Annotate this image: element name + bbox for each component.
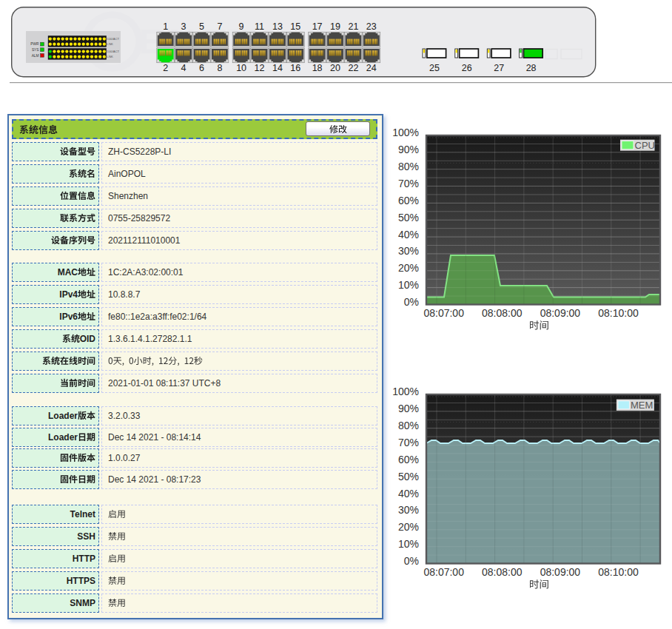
svg-text:08:10:00: 08:10:00: [598, 566, 639, 578]
svg-text:MEM: MEM: [631, 400, 653, 411]
svg-text:08:09:00: 08:09:00: [540, 307, 581, 319]
svg-text:10: 10: [236, 63, 246, 73]
svg-text:30%: 30%: [398, 504, 419, 516]
svg-text:90%: 90%: [398, 403, 419, 414]
svg-text:5: 5: [199, 21, 204, 32]
svg-text:8: 8: [217, 63, 222, 73]
svg-text:LNK: LNK: [107, 42, 113, 46]
svg-text:17: 17: [312, 21, 323, 32]
svg-text:27: 27: [494, 63, 504, 73]
svg-text:60%: 60%: [398, 454, 419, 465]
svg-text:50%: 50%: [398, 471, 419, 482]
svg-text:15: 15: [290, 21, 300, 32]
svg-text:19: 19: [330, 21, 340, 32]
svg-text:08:08:00: 08:08:00: [482, 307, 523, 319]
svg-text:08:07:00: 08:07:00: [423, 307, 464, 319]
svg-text:80%: 80%: [398, 420, 419, 431]
svg-text:70%: 70%: [398, 178, 419, 189]
svg-text:08:07:00: 08:07:00: [423, 566, 464, 578]
svg-text:9: 9: [239, 21, 244, 32]
svg-text:2: 2: [163, 63, 168, 73]
svg-text:6: 6: [199, 63, 204, 73]
svg-text:80%: 80%: [398, 161, 419, 172]
svg-text:23: 23: [366, 21, 377, 32]
svg-text:13: 13: [272, 21, 283, 32]
svg-text:20: 20: [330, 63, 340, 73]
svg-text:08:08:00: 08:08:00: [482, 566, 523, 578]
svg-text:28: 28: [526, 63, 537, 73]
svg-text:25: 25: [429, 63, 440, 73]
svg-text:21: 21: [348, 21, 358, 32]
svg-text:12: 12: [255, 63, 265, 73]
svg-text:90%: 90%: [398, 144, 419, 155]
svg-text:20%: 20%: [398, 521, 419, 533]
svg-text:40%: 40%: [398, 488, 419, 500]
svg-text:26: 26: [462, 63, 472, 73]
svg-text:22: 22: [348, 63, 358, 73]
svg-text:0%: 0%: [404, 555, 419, 567]
svg-text:CPU: CPU: [635, 140, 655, 151]
svg-text:14: 14: [272, 63, 283, 73]
svg-text:30%: 30%: [398, 245, 419, 257]
svg-text:3: 3: [181, 21, 187, 32]
svg-text:PWR: PWR: [30, 42, 39, 46]
svg-text:50%: 50%: [398, 212, 419, 223]
svg-text:20%: 20%: [398, 262, 419, 274]
svg-text:10%: 10%: [398, 538, 419, 550]
svg-text:7: 7: [217, 21, 222, 32]
svg-text:60%: 60%: [398, 195, 419, 206]
svg-text:08:09:00: 08:09:00: [540, 566, 581, 578]
svg-text:18: 18: [312, 63, 323, 73]
svg-text:24: 24: [366, 63, 377, 73]
svg-text:100/ACT: 100/ACT: [107, 37, 120, 41]
svg-text:10%: 10%: [398, 279, 419, 291]
svg-text:16: 16: [290, 63, 300, 73]
svg-text:ALM: ALM: [32, 54, 39, 58]
svg-text:100/ACT: 100/ACT: [107, 50, 120, 53]
svg-text:100%: 100%: [392, 127, 419, 138]
svg-text:100%: 100%: [392, 386, 419, 397]
svg-text:0%: 0%: [404, 296, 419, 308]
svg-text:08:10:00: 08:10:00: [598, 307, 639, 319]
svg-text:4: 4: [181, 63, 187, 73]
svg-text:LNK: LNK: [107, 55, 113, 58]
svg-text:70%: 70%: [398, 437, 419, 448]
svg-text:40%: 40%: [398, 229, 419, 240]
svg-text:SYS: SYS: [32, 48, 39, 52]
svg-text:11: 11: [255, 21, 264, 32]
svg-text:1: 1: [163, 21, 168, 32]
